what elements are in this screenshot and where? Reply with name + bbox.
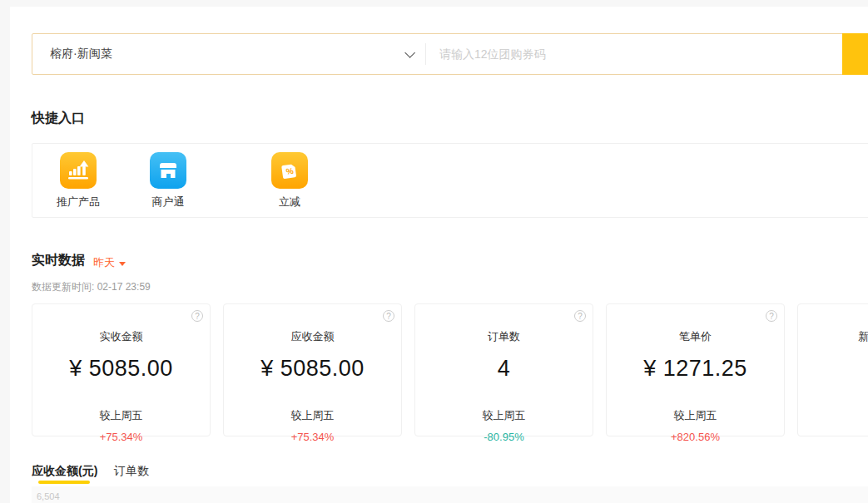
tab-receivable-amount[interactable]: 应收金额(元)	[32, 464, 97, 479]
quick-entry-label: 商户通	[152, 195, 185, 210]
y-axis-top-label: 6,504	[37, 491, 60, 501]
stat-card-order-count: ? 订单数 4 较上周五 -80.95%	[414, 303, 593, 436]
store-selector-value: 榕府·新闽菜	[50, 47, 112, 62]
stat-card-title: 笔单价	[607, 329, 784, 344]
merchant-dashboard-page: 榕府·新闽菜 快捷入口	[0, 0, 868, 503]
trend-chart-area: 6,504	[32, 486, 868, 503]
help-icon[interactable]: ?	[574, 310, 586, 322]
quick-entry-item-promote[interactable]: 推广产品	[49, 152, 107, 210]
quick-entry-item-discount[interactable]: % 立减	[260, 152, 319, 210]
stat-card-title: 订单数	[415, 329, 593, 344]
stat-card-change: +820.56%	[607, 431, 784, 443]
quick-entry-label: 推广产品	[57, 195, 100, 210]
active-tab-underline	[38, 481, 90, 484]
realtime-title: 实时数据	[32, 252, 85, 269]
stat-card-title: 实收金额	[32, 329, 210, 344]
stat-card-value: 4	[415, 356, 593, 382]
stat-card-avg-order-value: ? 笔单价 ¥ 1271.25 较上周五 +820.56%	[606, 303, 785, 436]
main-content-panel: 榕府·新闽菜 快捷入口	[10, 7, 868, 503]
caret-down-icon	[119, 262, 126, 266]
tab-order-count[interactable]: 订单数	[114, 464, 149, 479]
stat-card-change: +75.34%	[32, 431, 210, 443]
stat-card-value: ¥ 5085.00	[32, 356, 210, 382]
verify-coupon-button[interactable]	[842, 33, 868, 75]
stat-card-compare-label: 较上周五	[415, 408, 593, 423]
discount-tag-icon: %	[271, 152, 308, 189]
stat-card-value: ¥ 1271.25	[607, 356, 784, 382]
data-update-time: 数据更新时间: 02-17 23:59	[32, 280, 151, 294]
store-selector[interactable]: 榕府·新闽菜	[32, 34, 425, 74]
help-icon[interactable]: ?	[766, 310, 777, 322]
help-icon[interactable]: ?	[383, 310, 394, 322]
stat-card-actual-amount: ? 实收金额 ¥ 5085.00 较上周五 +75.34%	[32, 303, 211, 436]
storefront-icon	[150, 152, 186, 189]
date-filter-dropdown[interactable]: 昨天	[93, 255, 126, 270]
date-filter-value: 昨天	[93, 255, 115, 270]
stat-card-receivable-amount: ? 应收金额 ¥ 5085.00 较上周五 +75.34%	[223, 303, 402, 436]
stat-card-compare-label: 较上周五	[224, 408, 401, 423]
stat-card-partial: 新	[797, 303, 868, 436]
quick-entry-label: 立减	[279, 195, 300, 210]
stat-card-compare-label: 较上周五	[32, 408, 210, 423]
quick-entry-panel: 推广产品 商户通 %	[32, 143, 868, 218]
stat-card-compare-label: 较上周五	[607, 408, 784, 423]
stat-card-title: 应收金额	[224, 329, 401, 344]
stat-card-title: 新	[798, 329, 868, 344]
quick-entry-item-merchant[interactable]: 商户通	[139, 152, 197, 210]
chevron-down-icon	[404, 47, 415, 58]
stat-card-value: ¥ 5085.00	[224, 356, 401, 382]
coupon-verify-bar: 榕府·新闽菜	[32, 33, 868, 75]
svg-text:%: %	[285, 165, 294, 175]
promo-growth-icon	[60, 152, 97, 189]
coupon-code-input[interactable]	[426, 34, 842, 74]
quick-entry-title: 快捷入口	[32, 110, 85, 127]
stat-card-change: -80.95%	[415, 431, 593, 443]
stat-card-change: +75.34%	[224, 431, 401, 443]
help-icon[interactable]: ?	[191, 310, 203, 322]
